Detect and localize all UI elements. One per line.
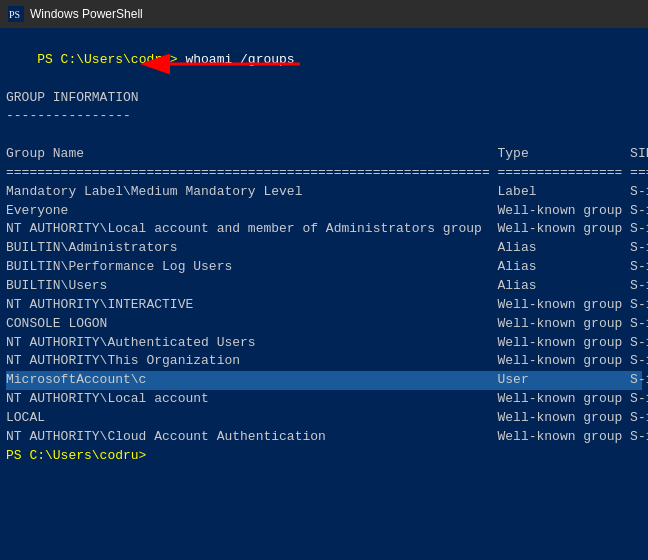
row-auth-users: NT AUTHORITY\Authenticated Users Well-kn… xyxy=(6,334,642,353)
row-builtin-users: BUILTIN\Users Alias S-1-5-32-545 xyxy=(6,277,642,296)
row-everyone: Everyone Well-known group S-1-1-0 xyxy=(6,202,642,221)
separator-line: ---------------- xyxy=(6,107,642,126)
row-perf-log: BUILTIN\Performance Log Users Alias S-1-… xyxy=(6,258,642,277)
column-separator: ========================================… xyxy=(6,164,642,183)
row-console-logon: CONSOLE LOGON Well-known group S-1-2-1 xyxy=(6,315,642,334)
row-local: LOCAL Well-known group S-1-2-0 xyxy=(6,409,642,428)
powershell-icon: PS xyxy=(8,6,24,22)
row-interactive: NT AUTHORITY\INTERACTIVE Well-known grou… xyxy=(6,296,642,315)
final-prompt: PS C:\Users\codru> xyxy=(6,447,642,466)
command-text: whoami /groups xyxy=(185,52,294,67)
group-info-header: GROUP INFORMATION xyxy=(6,89,642,108)
row-cloud-auth: NT AUTHORITY\Cloud Account Authenticatio… xyxy=(6,428,642,447)
row-mandatory: Mandatory Label\Medium Mandatory Level L… xyxy=(6,183,642,202)
row-this-org: NT AUTHORITY\This Organization Well-know… xyxy=(6,352,642,371)
blank-line-1 xyxy=(6,126,642,145)
prompt-text: PS C:\Users\codru> xyxy=(37,52,185,67)
svg-text:PS: PS xyxy=(9,9,20,20)
title-bar-text: Windows PowerShell xyxy=(30,7,143,21)
row-local-account: NT AUTHORITY\Local account Well-known gr… xyxy=(6,390,642,409)
terminal: PS C:\Users\codru> whoami /groups GROUP … xyxy=(0,28,648,560)
row-builtin-admins: BUILTIN\Administrators Alias S-1-5-32-54… xyxy=(6,239,642,258)
row-nt-local-admin: NT AUTHORITY\Local account and member of… xyxy=(6,220,642,239)
terminal-prompt-line: PS C:\Users\codru> whoami /groups xyxy=(6,32,642,89)
row-ms-account: MicrosoftAccount\c User S-1-11-96-362345… xyxy=(6,371,642,390)
column-headers: Group Name Type SID xyxy=(6,145,642,164)
title-bar: PS Windows PowerShell xyxy=(0,0,648,28)
